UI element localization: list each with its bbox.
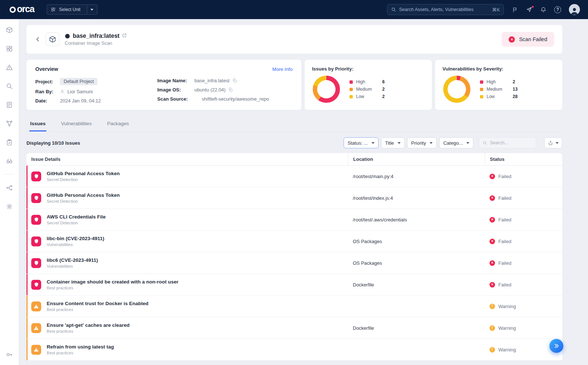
- issue-category: Best practices: [47, 351, 114, 355]
- user-avatar[interactable]: [569, 4, 580, 15]
- global-search-input[interactable]: [399, 7, 489, 12]
- table-row[interactable]: Container image should be created with a…: [26, 274, 562, 296]
- global-search[interactable]: ⌘K: [387, 4, 504, 15]
- filter-status[interactable]: Status: ...: [344, 137, 379, 148]
- warning-triangle-icon: [33, 347, 39, 353]
- flag-button[interactable]: [512, 7, 518, 13]
- sidebar: [0, 19, 19, 365]
- external-link-button[interactable]: [122, 33, 127, 39]
- back-button[interactable]: [32, 34, 43, 45]
- export-button[interactable]: [544, 137, 562, 148]
- legend-label: Low: [487, 94, 509, 99]
- issue-status: × Failed: [485, 209, 562, 230]
- copy-image-os-button[interactable]: [228, 87, 233, 92]
- status-label: Failed: [498, 282, 511, 288]
- issue-location: Dockerfile: [348, 317, 485, 339]
- filter-priority[interactable]: Priority: [407, 137, 437, 148]
- sidebar-item-api-keys[interactable]: [3, 348, 16, 361]
- status-icon: ×: [490, 239, 495, 244]
- issue-status: × Failed: [485, 231, 562, 252]
- legend-swatch-low: [349, 95, 353, 98]
- table-row[interactable]: Ensure 'apt-get' caches are cleared Best…: [26, 317, 562, 339]
- sidebar-item-reports[interactable]: [3, 98, 16, 111]
- table-row[interactable]: AWS CLI Credentials File Secret Detectio…: [26, 209, 562, 231]
- shield-icon: [34, 217, 39, 222]
- status-icon: ×: [490, 174, 495, 179]
- issue-category-icon: [31, 258, 41, 268]
- external-link-icon: [122, 33, 127, 38]
- legend-label: Medium: [487, 87, 509, 92]
- table-row[interactable]: libc6 (CVE-2023-4911) Vulnerabilities OS…: [26, 252, 562, 274]
- legend-value: 6: [382, 79, 385, 84]
- warning-triangle-icon: [33, 325, 39, 331]
- sidebar-item-inventory[interactable]: [3, 24, 16, 36]
- issue-category-icon: [31, 280, 41, 290]
- legend-label: High: [487, 79, 509, 84]
- sidebar-item-alerts[interactable]: [3, 61, 16, 73]
- select-unit-dropdown[interactable]: Select Unit: [47, 4, 97, 15]
- sidebar-item-shift-left[interactable]: [3, 181, 16, 194]
- key-icon: [6, 351, 13, 358]
- more-info-link[interactable]: More Info: [272, 66, 293, 72]
- tab-issues[interactable]: Issues: [29, 121, 46, 131]
- sidebar-item-attack-paths[interactable]: [3, 117, 16, 130]
- legend-item: High 6: [349, 79, 385, 84]
- issues-by-priority-card: Issues by Priority: High 6 Medium 2: [305, 60, 432, 110]
- issue-location: Dockerfile: [348, 274, 485, 295]
- image-os-value: ubuntu (22.04): [194, 87, 226, 93]
- severity-accent-bar: [26, 339, 28, 360]
- issues-priority-donut-chart: [313, 76, 340, 103]
- issue-title: GitHub Personal Access Token: [47, 171, 120, 176]
- issue-status: × Failed: [485, 187, 562, 209]
- sidebar-item-dashboards[interactable]: [3, 42, 16, 55]
- notifications-button[interactable]: [540, 6, 546, 13]
- sidebar-item-search[interactable]: [3, 80, 16, 92]
- table-row[interactable]: libc-bin (CVE-2023-4911) Vulnerabilities…: [26, 231, 562, 252]
- table-search[interactable]: [479, 137, 536, 148]
- tab-packages[interactable]: Packages: [107, 121, 130, 131]
- table-row[interactable]: GitHub Personal Access Token Secret Dete…: [26, 187, 562, 209]
- legend-swatch-high: [349, 80, 353, 84]
- copy-icon: [232, 78, 237, 83]
- issue-category-icon: [31, 171, 41, 181]
- table-row[interactable]: Refrain from using latest tag Best pract…: [26, 339, 562, 361]
- table-search-input[interactable]: [490, 140, 533, 145]
- help-button[interactable]: ?: [554, 6, 561, 13]
- github-icon: [65, 33, 70, 39]
- status-label: Failed: [498, 217, 511, 223]
- table-row[interactable]: Ensure Content trust for Docker is Enabl…: [26, 296, 562, 317]
- orca-logo[interactable]: orca: [10, 5, 34, 14]
- shield-icon: [34, 260, 39, 265]
- legend-label: Medium: [356, 87, 379, 92]
- table-row[interactable]: GitHub Personal Access Token Secret Dete…: [26, 166, 562, 187]
- issue-category: Best practices: [47, 329, 130, 333]
- status-label: Failed: [498, 260, 511, 266]
- legend-swatch-high: [480, 80, 483, 84]
- legend-swatch-medium: [480, 88, 483, 91]
- copy-image-name-button[interactable]: [232, 78, 237, 83]
- sidebar-item-discovery[interactable]: [3, 155, 16, 167]
- issue-status: × Failed: [485, 252, 562, 274]
- tab-vulnerabilities[interactable]: Vulnerabilities: [60, 121, 93, 131]
- severity-accent-bar: [26, 317, 28, 339]
- date-value: 2024 Jan 09, 04:12: [60, 98, 157, 104]
- sidebar-divider: [4, 174, 15, 174]
- chevron-left-icon: [35, 36, 41, 42]
- inventory-cube-icon: [6, 26, 13, 33]
- shield-icon: [34, 239, 39, 244]
- filter-category[interactable]: Catego...: [439, 137, 473, 148]
- filter-category-label: Catego...: [443, 140, 463, 146]
- severity-accent-bar: [26, 209, 28, 230]
- whats-new-button[interactable]: [526, 6, 533, 13]
- export-icon: [548, 140, 553, 145]
- legend-item: Medium 13: [480, 87, 517, 92]
- image-os-label: Image OS:: [157, 87, 188, 93]
- sidebar-item-compliance[interactable]: [3, 136, 16, 148]
- sidebar-item-settings[interactable]: [3, 200, 16, 213]
- status-icon: !: [490, 304, 495, 309]
- assistant-button[interactable]: [549, 339, 563, 353]
- org-unit-icon: [51, 7, 56, 12]
- filter-title[interactable]: Title: [381, 137, 405, 148]
- issue-status: × Failed: [485, 166, 562, 187]
- table-controls: Displaying 10/10 Issues Status: ... Titl…: [26, 137, 562, 148]
